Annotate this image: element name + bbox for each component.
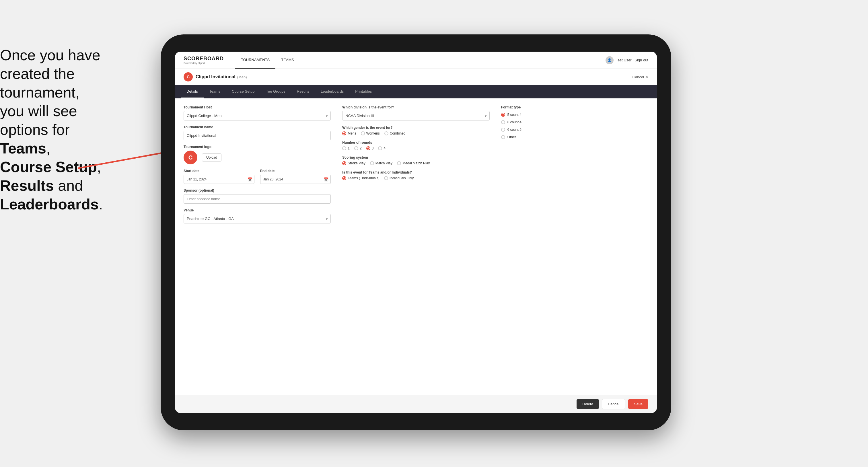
teams-plus-individuals-label: Teams (+Individuals) — [348, 176, 379, 180]
rounds-1-option[interactable]: 1 — [342, 146, 350, 150]
logo-title: SCOREBOARD — [184, 56, 224, 62]
gender-mens-label: Mens — [348, 131, 356, 135]
tab-printables[interactable]: Printables — [349, 85, 377, 98]
save-button[interactable]: Save — [628, 399, 648, 409]
format-6count4-radio[interactable] — [501, 120, 505, 124]
right-column: Format type 5 count 4 6 count 4 6 count … — [501, 105, 648, 223]
sponsor-label: Sponsor (optional) — [184, 188, 331, 192]
tournament-host-group: Tournament Host Clippd College - Men — [184, 105, 331, 121]
gender-mens-radio[interactable] — [342, 131, 346, 135]
division-label: Which division is the event for? — [342, 105, 489, 109]
tab-bar: Details Teams Course Setup Tee Groups Re… — [175, 85, 657, 98]
end-date-calendar-icon: 📅 — [324, 177, 329, 182]
main-content: Tournament Host Clippd College - Men Tou… — [175, 98, 657, 395]
rounds-3-radio[interactable] — [366, 146, 370, 150]
cancel-x-icon: ✕ — [645, 75, 648, 79]
scoring-match-label: Match Play — [375, 161, 393, 165]
cancel-button[interactable]: Cancel — [602, 399, 625, 409]
format-6count5-option[interactable]: 6 count 5 — [501, 128, 648, 132]
gender-womens-option[interactable]: Womens — [361, 131, 380, 135]
venue-group: Venue Peachtree GC - Atlanta - GA — [184, 208, 331, 223]
upload-button[interactable]: Upload — [202, 153, 221, 161]
tab-course-setup[interactable]: Course Setup — [226, 85, 260, 98]
start-date-field: Start date 📅 — [184, 169, 254, 184]
scoring-medal-option[interactable]: Medal Match Play — [397, 161, 430, 165]
teams-plus-individuals-option[interactable]: Teams (+Individuals) — [342, 176, 379, 180]
tab-tee-groups[interactable]: Tee Groups — [260, 85, 291, 98]
gender-mens-option[interactable]: Mens — [342, 131, 356, 135]
rounds-2-option[interactable]: 2 — [354, 146, 362, 150]
app-shell: SCOREBOARD Powered by clippd TOURNAMENTS… — [175, 52, 657, 413]
venue-select[interactable]: Peachtree GC - Atlanta - GA — [184, 214, 331, 223]
annotation-line1: Once you have — [0, 47, 100, 63]
gender-group: Which gender is the event for? Mens Wome… — [342, 126, 489, 135]
scoring-stroke-option[interactable]: Stroke Play — [342, 161, 365, 165]
division-group: Which division is the event for? NCAA Di… — [342, 105, 489, 121]
tournament-host-select[interactable]: Clippd College - Men — [184, 111, 331, 121]
tournament-name-input[interactable] — [184, 131, 331, 140]
scoring-medal-radio[interactable] — [397, 161, 401, 165]
format-label: Format type — [501, 105, 648, 109]
format-5count4-option[interactable]: 5 count 4 — [501, 113, 648, 117]
user-text: Test User | Sign out — [616, 58, 648, 62]
rounds-label: Number of rounds — [342, 141, 489, 145]
tab-leaderboards[interactable]: Leaderboards — [315, 85, 349, 98]
nav-tournaments[interactable]: TOURNAMENTS — [235, 52, 275, 69]
nav-teams[interactable]: TEAMS — [275, 52, 300, 69]
end-date-wrapper: 📅 — [260, 175, 331, 184]
rounds-3-option[interactable]: 3 — [366, 146, 374, 150]
format-other-radio[interactable] — [501, 135, 505, 139]
venue-select-wrapper: Peachtree GC - Atlanta - GA — [184, 214, 331, 223]
gender-radio-group: Mens Womens Combined — [342, 131, 489, 135]
rounds-2-label: 2 — [360, 146, 362, 150]
tournament-header: C Clippd Invitational (Men) Cancel ✕ — [175, 69, 657, 85]
logo-area: SCOREBOARD Powered by clippd — [184, 56, 224, 65]
scoring-match-option[interactable]: Match Play — [370, 161, 393, 165]
rounds-4-option[interactable]: 4 — [378, 146, 385, 150]
individuals-only-option[interactable]: Individuals Only — [384, 176, 414, 180]
teams-radio-group: Teams (+Individuals) Individuals Only — [342, 176, 489, 180]
teams-group: Is this event for Teams and/or Individua… — [342, 170, 489, 180]
gender-womens-radio[interactable] — [361, 131, 365, 135]
tournament-icon: C — [184, 72, 193, 82]
tournament-name-group: Tournament name — [184, 125, 331, 140]
individuals-only-radio[interactable] — [384, 176, 388, 180]
scoring-stroke-radio[interactable] — [342, 161, 346, 165]
left-column: Tournament Host Clippd College - Men Tou… — [184, 105, 331, 223]
format-6count5-radio[interactable] — [501, 128, 505, 132]
annotation-comma2: , — [97, 159, 101, 175]
annotation-block: Once you have created the tournament, yo… — [0, 46, 132, 214]
date-group: Start date 📅 End date 📅 — [184, 169, 331, 184]
middle-column: Which division is the event for? NCAA Di… — [342, 105, 489, 223]
end-date-input[interactable] — [260, 175, 331, 184]
annotation-period: . — [99, 196, 103, 213]
rounds-2-radio[interactable] — [354, 146, 358, 150]
tournament-host-label: Tournament Host — [184, 105, 331, 109]
start-date-wrapper: 📅 — [184, 175, 254, 184]
scoring-stroke-label: Stroke Play — [348, 161, 365, 165]
format-other-option[interactable]: Other — [501, 135, 648, 139]
scoring-match-radio[interactable] — [370, 161, 374, 165]
delete-button[interactable]: Delete — [577, 399, 599, 409]
rounds-4-radio[interactable] — [378, 146, 382, 150]
format-6count4-option[interactable]: 6 count 4 — [501, 120, 648, 124]
cancel-header-button[interactable]: Cancel ✕ — [632, 75, 648, 79]
rounds-1-radio[interactable] — [342, 146, 346, 150]
annotation-and1: and — [54, 177, 83, 194]
gender-combined-radio[interactable] — [384, 131, 389, 135]
tab-details[interactable]: Details — [181, 85, 204, 98]
sponsor-input[interactable] — [184, 194, 331, 204]
gender-combined-option[interactable]: Combined — [384, 131, 406, 135]
teams-plus-individuals-radio[interactable] — [342, 176, 346, 180]
gender-combined-label: Combined — [390, 131, 406, 135]
start-date-input[interactable] — [184, 175, 254, 184]
tab-teams[interactable]: Teams — [204, 85, 226, 98]
scoring-group: Scoring system Stroke Play Match Play — [342, 155, 489, 165]
division-select[interactable]: NCAA Division III — [342, 111, 489, 121]
nav-right: 👤 Test User | Sign out — [606, 56, 648, 64]
tab-results[interactable]: Results — [291, 85, 315, 98]
annotation-bold-teams: Teams — [0, 140, 46, 157]
nav-links: TOURNAMENTS TEAMS — [235, 52, 300, 69]
format-5count4-radio[interactable] — [501, 113, 505, 117]
rounds-3-label: 3 — [372, 146, 374, 150]
